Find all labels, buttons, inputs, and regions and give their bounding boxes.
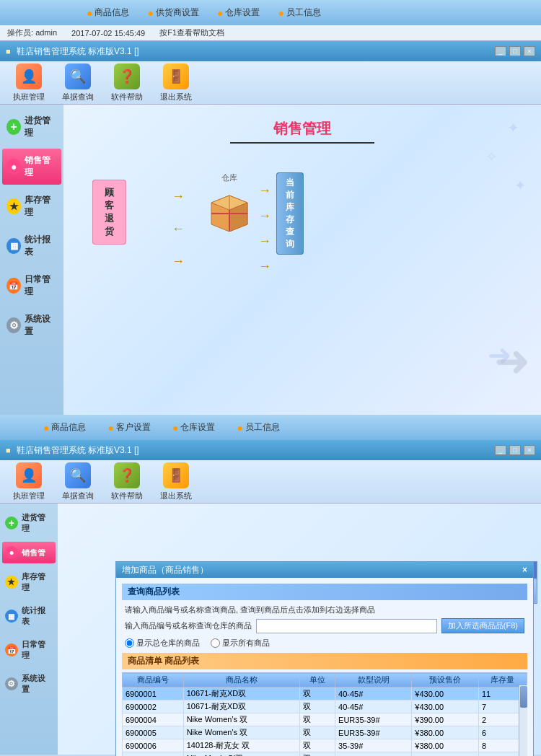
nav-dot: ● xyxy=(107,422,113,434)
nav-dot: ● xyxy=(87,7,92,19)
table-row[interactable]: 6900005Nike Women's 双双EUR35-39#¥380.006 xyxy=(123,726,527,739)
window2: ■ 鞋店销售管理系统 标准版V3.1 [] _ □ × 👤 执班管理 🔍 单据查… xyxy=(0,440,541,756)
sidebar-item-sales[interactable]: ● 销售管理 xyxy=(2,149,61,185)
sidebar-1: + 进货管理 ● 销售管理 ★ 库存管理 ▦ 统计报表 📅 日常管理 ⚙ 系统设… xyxy=(0,105,63,415)
sidebar-item-inventory[interactable]: ★ 库存管理 xyxy=(2,188,61,224)
sidebar2-daily[interactable]: 📅 日常管理 xyxy=(2,635,56,665)
window1: ● 商品信息 ● 供货商设置 ● 仓库设置 ● 员工信息 操作员: admin … xyxy=(0,0,541,440)
query-icon: 🔍 xyxy=(65,63,91,89)
sidebar-item-daily[interactable]: 📅 日常管理 xyxy=(2,268,61,304)
shift-icon: 👤 xyxy=(16,63,42,89)
bottom-nav-bar-1: ● 商品信息 ● 客户设置 ● 仓库设置 ● 员工信息 xyxy=(0,415,541,440)
exit-btn[interactable]: 🚪 退出系统 xyxy=(154,61,198,105)
add-selected-btn[interactable]: 加入所选商品品(F8) xyxy=(441,618,524,633)
toolbar-1: 👤 执班管理 🔍 单据查询 ❓ 软件帮助 🚪 退出系统 xyxy=(0,61,541,105)
sidebar2-settings[interactable]: ⚙ 系统设置 xyxy=(2,669,56,699)
exit-icon-2: 🚪 xyxy=(163,462,189,488)
star-icon-2: ★ xyxy=(5,576,18,589)
flow-diagram: 商品销售 前台收据 顾客退货 → ← → 仓库 xyxy=(78,165,527,324)
bottom-nav-warehouse[interactable]: ● 仓库设置 xyxy=(172,421,215,434)
top-nav-bar: ● 商品信息 ● 供货商设置 ● 仓库设置 ● 员工信息 xyxy=(0,0,541,25)
query-btn-2[interactable]: 🔍 单据查询 xyxy=(56,460,100,504)
status-bar-1: 操作员: admin 2017-07-02 15:45:49 按F1查看帮助文档 xyxy=(0,25,541,41)
table-row[interactable]: 690000210671-耐克XD双双40-45#¥430.007 xyxy=(123,700,527,713)
bottom-nav-customer[interactable]: ● 客户设置 xyxy=(107,421,150,434)
sidebar2-reports[interactable]: ▦ 统计报表 xyxy=(2,601,56,631)
customer-return-box[interactable]: 顾客退货 xyxy=(92,180,126,245)
sidebar-2: + 进货管理 ● 销售管 ★ 库存管理 ▦ 统计报表 📅 日常管理 ⚙ 系统设置 xyxy=(0,504,58,755)
nav-dot: ● xyxy=(217,7,223,19)
bottom-nav-goods[interactable]: ● 商品信息 xyxy=(43,421,86,434)
scrollbar[interactable] xyxy=(519,685,527,756)
table-row[interactable]: 6900008Nike Man's SI双双EUR40-45#¥380.008 xyxy=(123,752,527,757)
search-input[interactable] xyxy=(256,619,437,633)
star-decoration: ✦ xyxy=(507,119,519,136)
help-btn-2[interactable]: ❓ 软件帮助 xyxy=(105,460,149,504)
table-row[interactable]: 6900004Nike Women's 双双EUR35-39#¥390.002 xyxy=(123,713,527,726)
minimize-btn[interactable]: _ xyxy=(495,46,506,56)
nav-dot: ● xyxy=(278,7,283,19)
warehouse-label: 仓库 xyxy=(204,172,255,183)
radio-warehouse[interactable]: 显示总仓库的商品 xyxy=(125,638,200,649)
calendar-icon-2: 📅 xyxy=(5,643,18,656)
sidebar2-sales[interactable]: ● 销售管 xyxy=(2,542,56,563)
scrollbar-thumb[interactable] xyxy=(520,686,527,708)
plus-icon-2: + xyxy=(5,517,18,529)
star-icon: ★ xyxy=(6,198,21,214)
close-btn-2[interactable]: × xyxy=(524,445,535,455)
col-header-unit: 单位 xyxy=(299,673,335,687)
title-underline xyxy=(230,142,374,144)
shift-mgmt-btn[interactable]: 👤 执班管理 xyxy=(7,61,50,105)
help-icon-2: ❓ xyxy=(114,462,140,488)
dialog-title-bar: 增加商品（商品销售） × xyxy=(116,562,533,578)
sales-title: 销售管理 xyxy=(63,119,541,139)
minimize-btn-2[interactable]: _ xyxy=(495,445,506,455)
nav-item-supplier[interactable]: ● 供货商设置 xyxy=(147,6,198,19)
bottom-nav-staff[interactable]: ● 员工信息 xyxy=(237,421,279,434)
sidebar-item-reports[interactable]: ▦ 统计报表 xyxy=(2,228,61,264)
close-btn[interactable]: × xyxy=(524,46,535,56)
warehouse-area: 仓库 xyxy=(204,172,255,234)
arrow-7: → xyxy=(258,259,271,274)
sidebar2-purchase[interactable]: + 进货管理 xyxy=(2,508,56,538)
radio-all[interactable]: 显示所有商品 xyxy=(211,638,270,649)
exit-btn-2[interactable]: 🚪 退出系统 xyxy=(154,460,198,504)
circle-icon: ● xyxy=(6,159,21,175)
search-section-title: 查询商品列表 xyxy=(122,584,527,600)
gear-icon: ⚙ xyxy=(6,317,21,333)
content-area-2: 增加商品（商品销售） × 查询商品列表 请输入商品编号或名称查询商品, 查询到商… xyxy=(58,504,541,755)
maximize-btn-2[interactable]: □ xyxy=(509,445,521,455)
nav-item-goods[interactable]: ● 商品信息 xyxy=(87,6,129,19)
arrow-6: → xyxy=(258,234,271,249)
dialog-close-btn[interactable]: × xyxy=(522,565,527,575)
gear-icon-2: ⚙ xyxy=(5,677,18,690)
large-arrow-decoration: ➜ xyxy=(494,335,530,386)
goods-table: 商品编号 商品名称 单位 款型说明 预设售价 库存量 690000110671-… xyxy=(122,672,527,756)
circle-icon-2: ● xyxy=(5,546,18,559)
nav-dot: ● xyxy=(43,422,49,434)
sidebar-item-settings[interactable]: ⚙ 系统设置 xyxy=(2,307,61,343)
nav-dot: ● xyxy=(147,7,153,19)
goods-table-container: 商品编号 商品名称 单位 款型说明 预设售价 库存量 690000110671-… xyxy=(122,672,527,756)
dialog-body: 查询商品列表 请输入商品编号或名称查询商品, 查询到商品后点击添加到右边选择商品… xyxy=(116,578,533,756)
table-row[interactable]: 6900006140128-耐克女 双双35-39#¥380.008 xyxy=(123,739,527,752)
nav-item-staff[interactable]: ● 员工信息 xyxy=(278,6,320,19)
plus-icon: + xyxy=(6,119,21,135)
query-icon-2: 🔍 xyxy=(65,462,91,488)
col-header-id: 商品编号 xyxy=(123,673,184,687)
shift-mgmt-btn-2[interactable]: 👤 执班管理 xyxy=(7,460,50,504)
col-header-type: 款型说明 xyxy=(335,673,412,687)
table-section-title: 商品清单 商品列表 xyxy=(122,653,527,669)
current-stock-query-box[interactable]: 当前库存查询 xyxy=(276,172,304,255)
sidebar-item-purchase[interactable]: + 进货管理 xyxy=(2,109,61,145)
help-icon: ❓ xyxy=(114,63,140,89)
table-row[interactable]: 690000110671-耐克XD双双40-45#¥430.0011 xyxy=(123,687,527,700)
nav-dot: ● xyxy=(237,422,242,434)
arrow-3: → xyxy=(172,254,185,269)
nav-item-warehouse[interactable]: ● 仓库设置 xyxy=(217,6,260,19)
chart-icon: ▦ xyxy=(6,238,21,254)
query-btn[interactable]: 🔍 单据查询 xyxy=(56,61,100,105)
help-btn[interactable]: ❓ 软件帮助 xyxy=(105,61,149,105)
maximize-btn[interactable]: □ xyxy=(509,46,521,56)
sidebar2-inventory[interactable]: ★ 库存管理 xyxy=(2,567,56,597)
